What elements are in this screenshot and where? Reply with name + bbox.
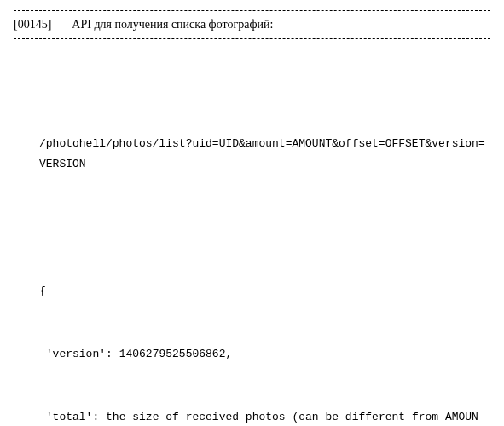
code-line: 'version': 1406279525506862,	[39, 344, 489, 366]
divider-top	[14, 10, 490, 11]
code-line: {	[39, 281, 489, 302]
divider-bottom	[14, 38, 490, 39]
code-blank	[39, 218, 489, 239]
code-line: 'total': the size of received photos (ca…	[39, 407, 489, 426]
code-url-line: /photohell/photos/list?uid=UID&amount=AM…	[39, 134, 489, 176]
paragraph-number: [00145]	[14, 18, 51, 32]
code-block: /photohell/photos/list?uid=UID&amount=AM…	[14, 43, 490, 426]
heading-row: [00145] API для получения списка фотогра…	[14, 14, 490, 35]
code-inner: /photohell/photos/list?uid=UID&amount=AM…	[39, 91, 489, 426]
paragraph-text: API для получения списка фотографий:	[72, 18, 273, 32]
